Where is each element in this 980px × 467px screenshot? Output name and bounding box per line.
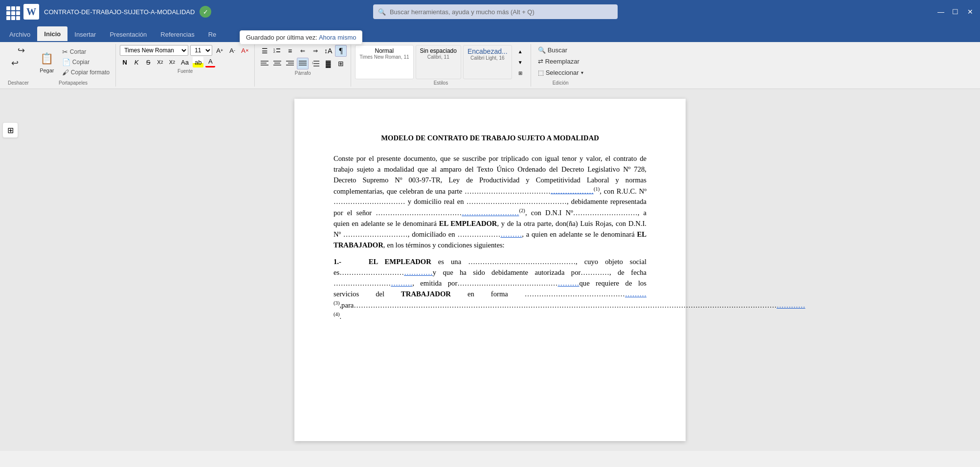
shrink-font-button[interactable]: A-: [227, 45, 238, 56]
search-bar[interactable]: 🔍 Buscar herramientas, ayuda y mucho más…: [373, 4, 618, 19]
left-panel-toggle[interactable]: ⊞: [2, 122, 18, 138]
italic-button[interactable]: K: [132, 57, 141, 67]
sort-button[interactable]: ↕A: [322, 45, 334, 57]
close-button[interactable]: ✕: [965, 7, 975, 17]
grow-font-button[interactable]: A+: [214, 45, 225, 56]
font-name-select[interactable]: Times New Roman: [120, 45, 188, 56]
shading-button[interactable]: ▓: [322, 58, 334, 69]
paste-icon: 📋: [39, 51, 55, 67]
styles-scroll-up[interactable]: ▲: [515, 46, 526, 57]
copy-label: Copiar: [72, 59, 89, 66]
link-6: ………: [558, 279, 579, 287]
font-color-button[interactable]: A: [205, 57, 215, 67]
link-8: …………: [777, 301, 805, 309]
select-chevron-icon: ▾: [581, 70, 583, 75]
line-spacing-button[interactable]: ↕: [310, 58, 321, 69]
format-paint-button[interactable]: 🖌 Copiar formato: [60, 67, 111, 77]
link-3: ………: [500, 230, 522, 238]
cut-button[interactable]: ✂ Cortar: [60, 47, 111, 57]
paste-label: Pegar: [40, 67, 54, 73]
tab-referencias[interactable]: Referencias: [154, 26, 201, 42]
tab-inicio[interactable]: Inicio: [37, 26, 67, 42]
redo-button[interactable]: ↩: [11, 58, 25, 69]
search-icon: 🔍: [378, 8, 386, 16]
styles-scroll-down[interactable]: ▼: [515, 57, 526, 67]
highlight-button[interactable]: ab: [193, 57, 203, 67]
style-no-spacing[interactable]: Sin espaciado Calibri, 11: [416, 45, 461, 79]
maximize-button[interactable]: ☐: [951, 7, 960, 17]
numbering-button[interactable]: 1.2.: [271, 45, 283, 57]
editing-group: 🔍 Buscar ⇄ Reemplazar ⬚ Seleccionar ▾ Ed…: [531, 44, 590, 87]
find-icon: 🔍: [538, 46, 546, 54]
clipboard-small-buttons: ✂ Cortar 📄 Copiar 🖌 Copiar formato: [60, 47, 111, 77]
style-normal[interactable]: Normal Times New Roman, 11: [355, 45, 413, 79]
strikethrough-button[interactable]: S: [143, 57, 153, 67]
select-label: Seleccionar: [546, 69, 579, 76]
font-group: Times New Roman 11 A+ A- A✕ N K S X2 X2 …: [116, 44, 255, 87]
case-button[interactable]: Aa: [179, 57, 191, 67]
undo-button[interactable]: ↩: [11, 45, 25, 57]
app-grid-icon[interactable]: [5, 5, 19, 19]
paragraph-marks-button[interactable]: ¶: [335, 45, 347, 57]
clipboard-group: 📋 Pegar ✂ Cortar 📄 Copiar 🖌 Copiar forma…: [31, 44, 116, 87]
align-justify-button[interactable]: [297, 58, 309, 69]
font-size-select[interactable]: 11: [190, 45, 212, 56]
link-1: ………………: [551, 187, 594, 195]
clause-1-title: EL EMPLEADOR: [369, 258, 431, 266]
replace-icon: ⇄: [538, 58, 543, 65]
save-tooltip: Guardado por última vez: Ahora mismo: [240, 30, 362, 44]
superscript-1: (1): [594, 186, 600, 192]
tab-presentacion[interactable]: Presentación: [103, 26, 154, 42]
paragraph-group-label: Párrafo: [295, 70, 311, 76]
style-heading[interactable]: Encabezad... Calibri Light, 16: [463, 45, 512, 79]
link-7: ………: [625, 290, 646, 298]
tooltip-text: Guardado por última vez:: [246, 34, 317, 41]
format-paint-icon: 🖌: [62, 68, 69, 76]
link-4: …………: [404, 268, 433, 276]
ribbon-tabs-bar: Archivo Inicio Insertar Presentación Ref…: [0, 23, 980, 42]
word-logo: W: [23, 4, 39, 20]
editing-group-label: Edición: [553, 80, 569, 86]
styles-group: Normal Times New Roman, 11 Sin espaciado…: [351, 44, 531, 87]
clear-format-button[interactable]: A✕: [240, 45, 250, 56]
align-left-button[interactable]: [259, 58, 270, 69]
cloud-save-icon[interactable]: ✓: [200, 6, 211, 18]
format-paint-label: Copiar formato: [71, 69, 110, 76]
superscript-button[interactable]: X2: [167, 57, 177, 67]
svg-text:↕: ↕: [312, 61, 313, 65]
bold-button[interactable]: N: [120, 57, 130, 67]
minimize-button[interactable]: —: [936, 7, 946, 17]
clause-1: 1.- EL EMPLEADOR es una ………………………………………,…: [334, 256, 646, 322]
find-button[interactable]: 🔍 Buscar: [535, 45, 570, 55]
tab-insertar[interactable]: Insertar: [67, 26, 103, 42]
subscript-button[interactable]: X2: [155, 57, 165, 67]
document-body[interactable]: Conste por el presente documento, que se…: [334, 153, 646, 322]
font-group-label: Fuente: [178, 68, 193, 74]
bullets-button[interactable]: ☰: [259, 45, 270, 57]
multilevel-button[interactable]: ≡: [284, 45, 296, 57]
tab-re[interactable]: Re: [201, 26, 223, 42]
cut-icon: ✂: [62, 48, 68, 56]
align-center-button[interactable]: [271, 58, 283, 69]
paragraph-1: Conste por el presente documento, que se…: [334, 153, 646, 251]
tab-archivo[interactable]: Archivo: [2, 26, 37, 42]
styles-expand[interactable]: ⊞: [515, 67, 526, 78]
increase-indent-button[interactable]: ⇒: [310, 45, 321, 57]
replace-button[interactable]: ⇄ Reemplazar: [535, 56, 582, 67]
style-normal-name: Normal: [359, 47, 409, 54]
select-button[interactable]: ⬚ Seleccionar ▾: [535, 67, 586, 78]
undo-redo-group: ↩ ↩ Deshacer: [4, 44, 31, 87]
decrease-indent-button[interactable]: ⇐: [297, 45, 309, 57]
trabajador-label-2: TRABAJADOR: [401, 290, 451, 298]
paragraph-group: ☰ 1.2. ≡ ⇐ ⇒ ↕A ¶: [255, 44, 351, 87]
ribbon-content: ↩ ↩ Deshacer 📋 Pegar ✂ Cortar 📄: [0, 42, 980, 89]
document-filename: CONTRATO-DE-TRABAJO-SUJETO-A-MODALIDAD: [44, 8, 195, 16]
superscript-2: (2): [519, 208, 525, 213]
link-2: ……………………: [462, 209, 519, 217]
align-right-button[interactable]: [284, 58, 296, 69]
search-placeholder: Buscar herramientas, ayuda y mucho más (…: [390, 8, 535, 16]
copy-button[interactable]: 📄 Copiar: [60, 57, 111, 67]
borders-button[interactable]: ⊞: [335, 58, 347, 69]
paste-button[interactable]: 📋 Pegar: [35, 49, 59, 75]
style-normal-sub: Times New Roman, 11: [359, 54, 409, 60]
